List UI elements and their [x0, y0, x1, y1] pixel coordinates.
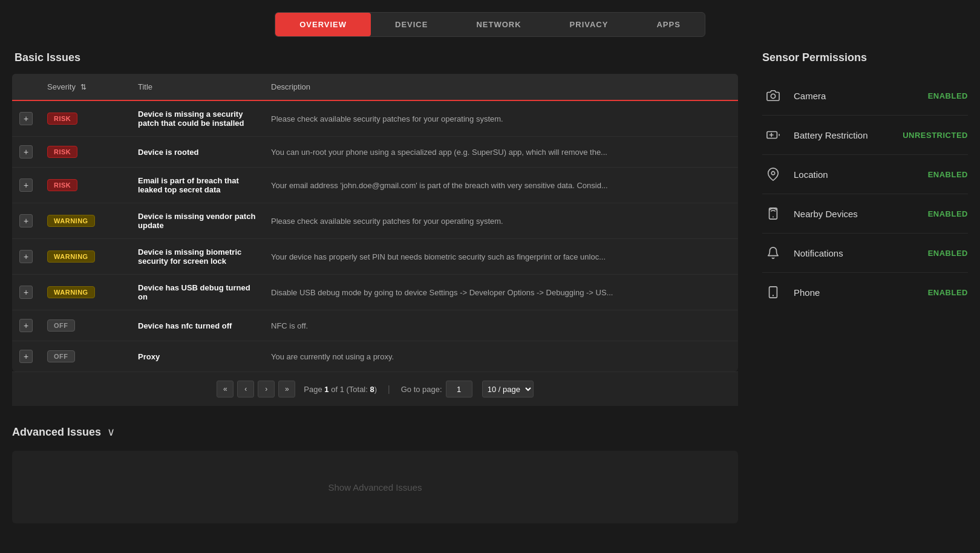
show-advanced-label[interactable]: Show Advanced Issues: [328, 482, 422, 492]
expand-row-btn[interactable]: +: [19, 319, 33, 332]
severity-badge: WARNING: [47, 250, 95, 263]
sensor-item-phone: PhoneENABLED: [762, 273, 968, 312]
expand-row-btn[interactable]: +: [19, 350, 33, 363]
sensor-status: UNRESTRICTED: [903, 131, 968, 140]
sensor-name: Nearby Devices: [794, 209, 918, 219]
severity-badge: RISK: [47, 146, 77, 158]
severity-badge: OFF: [47, 350, 75, 362]
table-row: +WARNINGDevice is missing biometric secu…: [12, 239, 738, 275]
advanced-issues-title: Advanced Issues: [12, 426, 101, 439]
table-row: +WARNINGDevice has USB debug turned onDi…: [12, 275, 738, 310]
col-header-expand: [12, 74, 40, 100]
issue-title: Email is part of breach that leaked top …: [131, 168, 264, 203]
issue-description: Please check available security patches …: [264, 100, 738, 137]
col-header-severity: Severity ⇅: [40, 74, 131, 100]
next-page-btn[interactable]: ›: [258, 381, 275, 398]
tab-overview[interactable]: OVERVIEW: [275, 13, 371, 36]
col-header-description: Description: [264, 74, 738, 100]
camera-icon: [762, 85, 784, 106]
table-header-row: Severity ⇅ Title Description: [12, 74, 738, 100]
sensor-item-notifications: NotificationsENABLED: [762, 234, 968, 273]
issue-description: Please check available security patches …: [264, 203, 738, 239]
per-page-select[interactable]: 10 / page 20 / page 50 / page: [482, 381, 534, 398]
issue-description: NFC is off.: [264, 310, 738, 341]
battery-icon: [762, 124, 784, 146]
issue-description: Disable USB debug mode by going to devic…: [264, 275, 738, 310]
table-row: +OFFProxyYou are currently not using a p…: [12, 341, 738, 372]
expand-row-btn[interactable]: +: [19, 250, 33, 263]
advanced-issues-body: Show Advanced Issues: [12, 451, 738, 523]
table-row: +RISKEmail is part of breach that leaked…: [12, 168, 738, 203]
expand-row-btn[interactable]: +: [19, 286, 33, 299]
issue-title: Device is missing biometric security for…: [131, 239, 264, 275]
sensor-item-battery-restriction: Battery RestrictionUNRESTRICTED: [762, 116, 968, 155]
expand-row-btn[interactable]: +: [19, 145, 33, 159]
tab-privacy[interactable]: PRIVACY: [546, 13, 633, 36]
issue-title: Device has USB debug turned on: [131, 275, 264, 310]
last-page-btn[interactable]: »: [278, 381, 295, 398]
sort-icon[interactable]: ⇅: [80, 83, 87, 91]
sensor-name: Battery Restriction: [794, 130, 893, 140]
goto-label: Go to page:: [401, 385, 442, 394]
pagination: « ‹ › » Page 1 of 1 (Total: 8) | Go to p…: [12, 371, 738, 406]
sensor-list: CameraENABLEDBattery RestrictionUNRESTRI…: [762, 76, 968, 312]
table-row: +RISKDevice is rootedYou can un-root you…: [12, 137, 738, 168]
sensor-item-camera: CameraENABLED: [762, 76, 968, 116]
location-icon: [762, 163, 784, 185]
advanced-section: Advanced Issues ∨ Show Advanced Issues: [12, 423, 738, 523]
sensor-name: Camera: [794, 91, 918, 101]
sensor-status: ENABLED: [928, 91, 968, 100]
sensor-name: Location: [794, 169, 918, 180]
issue-description: Your device has properly set PIN but nee…: [264, 239, 738, 275]
sensor-item-nearby-devices: Nearby DevicesENABLED: [762, 194, 968, 234]
issue-title: Device has nfc turned off: [131, 310, 264, 341]
severity-badge: RISK: [47, 113, 77, 125]
sensor-permissions-title: Sensor Permissions: [762, 51, 968, 64]
severity-badge: RISK: [47, 179, 77, 191]
advanced-issues-header[interactable]: Advanced Issues ∨: [12, 423, 738, 441]
severity-badge: WARNING: [47, 215, 95, 227]
svg-point-0: [771, 94, 775, 98]
sensor-status: ENABLED: [928, 209, 968, 218]
main-layout: Basic Issues Severity ⇅ Title Descriptio…: [0, 51, 980, 523]
tab-apps[interactable]: APPS: [632, 13, 704, 36]
issue-title: Proxy: [131, 341, 264, 372]
table-row: +OFFDevice has nfc turned offNFC is off.: [12, 310, 738, 341]
sensor-item-location: LocationENABLED: [762, 155, 968, 194]
basic-issues-table: Severity ⇅ Title Description +RISKDevice…: [12, 74, 738, 371]
basic-issues-title: Basic Issues: [12, 51, 738, 64]
issue-title: Device is missing a security patch that …: [131, 100, 264, 137]
issue-description: You can un-root your phone using a speci…: [264, 137, 738, 168]
severity-badge: OFF: [47, 319, 75, 332]
nearby-icon: [762, 203, 784, 224]
sensor-name: Notifications: [794, 248, 918, 258]
expand-row-btn[interactable]: +: [19, 178, 33, 192]
tab-network[interactable]: NETWORK: [452, 13, 545, 36]
sensor-status: ENABLED: [928, 288, 968, 297]
issue-description: Your email address 'john.doe@gmail.com' …: [264, 168, 738, 203]
sensor-status: ENABLED: [928, 170, 968, 179]
right-column: Sensor Permissions CameraENABLEDBattery …: [738, 51, 968, 523]
goto-input[interactable]: [446, 381, 472, 398]
expand-row-btn[interactable]: +: [19, 112, 33, 125]
top-nav: OVERVIEW DEVICE NETWORK PRIVACY APPS: [0, 0, 980, 51]
first-page-btn[interactable]: «: [217, 381, 234, 398]
issue-description: You are currently not using a proxy.: [264, 341, 738, 372]
table-row: +WARNINGDevice is missing vendor patch u…: [12, 203, 738, 239]
phone-icon: [762, 281, 784, 303]
issue-title: Device is rooted: [131, 137, 264, 168]
tab-device[interactable]: DEVICE: [371, 13, 452, 36]
prev-page-btn[interactable]: ‹: [237, 381, 254, 398]
col-header-title: Title: [131, 74, 264, 100]
notifications-icon: [762, 242, 784, 264]
left-column: Basic Issues Severity ⇅ Title Descriptio…: [12, 51, 738, 523]
expand-row-btn[interactable]: +: [19, 214, 33, 227]
chevron-down-icon: ∨: [107, 425, 115, 439]
severity-badge: WARNING: [47, 286, 95, 298]
page-info: Page 1 of 1 (Total: 8): [304, 385, 377, 394]
svg-point-5: [771, 171, 775, 175]
sensor-status: ENABLED: [928, 249, 968, 258]
sensor-name: Phone: [794, 287, 918, 298]
issue-title: Device is missing vendor patch update: [131, 203, 264, 239]
nav-tabs: OVERVIEW DEVICE NETWORK PRIVACY APPS: [275, 12, 705, 37]
